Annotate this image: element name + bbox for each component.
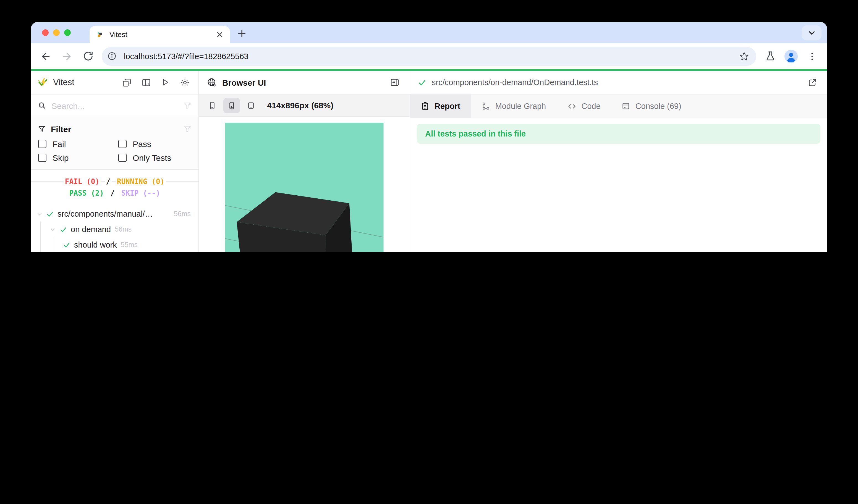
search-icon <box>37 101 46 110</box>
console-icon <box>622 102 631 111</box>
profile-avatar[interactable] <box>782 47 800 65</box>
device-phone-small-button[interactable] <box>204 98 221 113</box>
dashboard-icon[interactable] <box>139 75 153 90</box>
close-window-button[interactable] <box>42 29 49 36</box>
clear-search-filter-icon[interactable] <box>183 101 192 110</box>
viewport-size-label: 414x896px (68%) <box>267 101 333 110</box>
tab-search-chevron-button[interactable] <box>801 26 822 40</box>
chevron-down-icon[interactable] <box>50 226 56 232</box>
device-phone-plus-button-selected[interactable] <box>223 98 240 113</box>
globe-icon <box>207 77 217 87</box>
pass-check-icon <box>418 78 426 86</box>
pass-count: PASS (2) <box>68 189 105 197</box>
close-tab-icon[interactable] <box>214 30 224 39</box>
checkbox-label: Only Tests <box>133 153 171 162</box>
preview-title: Browser UI <box>222 78 382 87</box>
detail-panel: src/components/on-demand/OnDemand.test.t… <box>410 71 827 252</box>
search-bar[interactable]: Search... <box>31 95 198 117</box>
browser-preview-panel: Browser UI 414x896px (68%) <box>199 71 410 252</box>
tab-label: Code <box>581 102 600 111</box>
tree-file-row[interactable]: src/components/manual/… 56ms <box>31 206 198 222</box>
open-external-icon[interactable] <box>805 75 819 90</box>
browser-tab-vitest[interactable]: Vitest <box>90 26 230 43</box>
test-render-canvas[interactable] <box>225 123 384 252</box>
report-content: All tests passed in this file <box>410 118 827 252</box>
collapse-panels-icon[interactable] <box>120 75 134 90</box>
pass-check-icon <box>63 241 70 248</box>
checkbox-label: Fail <box>52 139 66 149</box>
checkbox[interactable] <box>38 153 46 162</box>
filter-checkbox-pass[interactable]: Pass <box>118 139 192 149</box>
search-input[interactable]: Search... <box>51 101 178 110</box>
tab-title: Vitest <box>109 30 209 39</box>
vitest-ui: Vitest <box>31 71 827 252</box>
open-panel-right-icon[interactable] <box>387 75 402 90</box>
detail-header: src/components/on-demand/OnDemand.test.t… <box>410 71 827 95</box>
tab-code[interactable]: Code <box>556 95 611 118</box>
zoom-window-button[interactable] <box>64 29 71 36</box>
code-icon <box>567 101 576 111</box>
browser-toolbar: localhost:5173/#/?file=1828625563 <box>31 43 827 69</box>
device-toolbar: 414x896px (68%) <box>199 95 410 117</box>
duration: 56ms <box>115 226 131 233</box>
tree-suite-row[interactable]: on demand 56ms <box>31 222 198 237</box>
url-text[interactable]: localhost:5173/#/?file=1828625563 <box>124 52 731 61</box>
experiments-flask-icon[interactable] <box>761 47 779 65</box>
skip-count: SKIP (--) <box>120 189 161 197</box>
current-file-path: src/components/on-demand/OnDemand.test.t… <box>432 78 799 87</box>
app-title: Vitest <box>53 77 114 87</box>
module-graph-icon <box>481 102 490 111</box>
tab-report[interactable]: Report <box>410 95 471 118</box>
filter-checkbox-only-tests[interactable]: Only Tests <box>118 153 192 162</box>
filter-panel: Filter Fail Pass <box>31 117 198 170</box>
tree-test-row[interactable]: should work 55ms <box>31 237 198 252</box>
screen: Vitest <box>0 0 858 252</box>
back-button[interactable] <box>36 47 55 65</box>
test-tree: src/components/manual/… 56ms on demand 5… <box>31 203 198 252</box>
device-tablet-button[interactable] <box>243 98 259 113</box>
tab-label: Module Graph <box>495 102 546 111</box>
checkbox[interactable] <box>118 153 127 162</box>
funnel-icon <box>37 125 46 133</box>
vitest-logo-icon <box>37 77 48 87</box>
bookmark-star-icon[interactable] <box>736 48 752 64</box>
filter-title: Filter <box>51 124 178 133</box>
site-info-icon[interactable] <box>105 49 119 63</box>
tab-console[interactable]: Console (69) <box>611 95 692 118</box>
test-label: should work <box>74 240 117 249</box>
filter-checkbox-fail[interactable]: Fail <box>38 139 118 149</box>
minimize-window-button[interactable] <box>53 29 60 36</box>
sidebar: Vitest <box>31 71 199 252</box>
reload-button[interactable] <box>79 47 97 65</box>
sidebar-header: Vitest <box>31 71 198 95</box>
test-file-label: src/components/manual/… <box>58 209 153 218</box>
checkbox-label: Pass <box>133 139 151 149</box>
theme-toggle-sun-icon[interactable] <box>177 75 192 90</box>
detail-tabs: Report Module Graph Code Console (69) <box>410 95 827 118</box>
suite-label: on demand <box>71 225 111 234</box>
checkbox[interactable] <box>38 140 46 148</box>
tab-module-graph[interactable]: Module Graph <box>471 95 556 118</box>
vitest-favicon-icon <box>96 30 105 39</box>
checkbox[interactable] <box>118 140 127 148</box>
clear-filter-icon[interactable] <box>183 124 192 133</box>
tab-strip: Vitest <box>31 22 827 43</box>
run-all-play-icon[interactable] <box>158 75 173 90</box>
window-controls <box>31 22 77 43</box>
all-tests-passed-banner: All tests passed in this file <box>417 124 821 144</box>
browser-menu-icon[interactable] <box>803 47 822 65</box>
filter-checkbox-skip[interactable]: Skip <box>38 153 118 162</box>
url-bar[interactable]: localhost:5173/#/?file=1828625563 <box>102 47 756 65</box>
separator: / <box>109 189 116 197</box>
tab-label: Console (69) <box>635 102 681 111</box>
separator: / <box>105 177 112 186</box>
forward-button[interactable] <box>58 47 76 65</box>
preview-area <box>199 117 410 252</box>
pass-check-icon <box>60 226 67 233</box>
report-clipboard-icon <box>421 102 430 111</box>
preview-header: Browser UI <box>199 71 410 95</box>
pass-check-icon <box>46 210 54 217</box>
browser-window: Vitest <box>31 22 827 252</box>
chevron-down-icon[interactable] <box>36 211 43 217</box>
new-tab-button[interactable] <box>233 25 250 42</box>
